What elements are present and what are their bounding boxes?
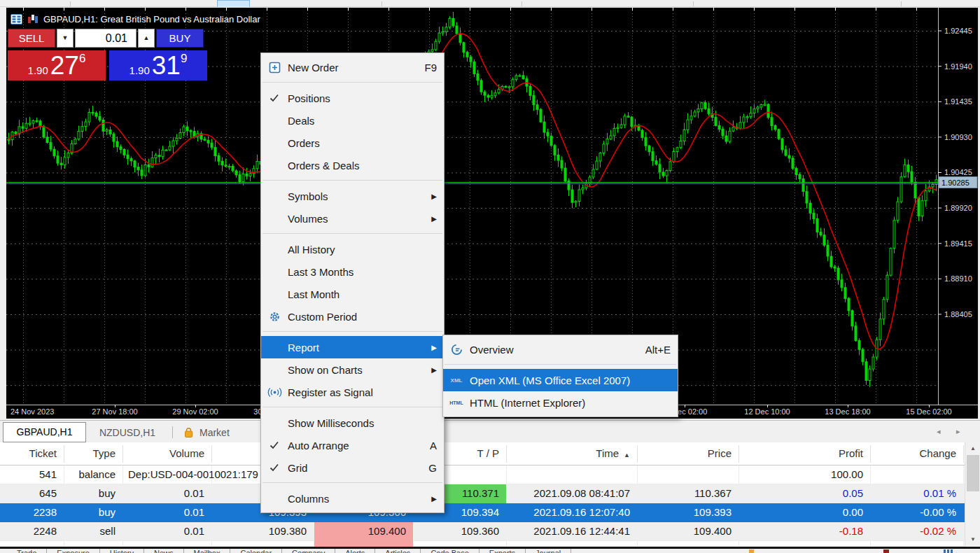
status-connection-bars-icon — [951, 550, 953, 553]
sell-price-point: 6 — [79, 52, 85, 66]
tabs-scroll-left-arrow[interactable]: ◂ — [937, 427, 941, 436]
menu-item-all-history[interactable]: All History — [261, 238, 444, 260]
submenu-arrow-icon: ▶ — [431, 344, 437, 351]
bottom-tab-history[interactable]: History — [100, 549, 144, 553]
bottom-tab-trade[interactable]: Trade — [7, 549, 47, 553]
menu-item-grid[interactable]: GridG — [261, 456, 444, 479]
bottom-tab-experts[interactable]: Experts — [479, 549, 526, 553]
menu-item-orders[interactable]: Orders — [261, 132, 444, 154]
menu-separator — [261, 230, 444, 238]
menu-item-register-as-signal[interactable]: Register as Signal — [261, 381, 444, 403]
menu-item-deals[interactable]: Deals — [261, 109, 444, 132]
menu-item-last-3-months[interactable]: Last 3 Months — [261, 260, 444, 283]
menu-separator — [261, 479, 444, 487]
menu-item-custom-period[interactable]: Custom Period — [261, 305, 444, 328]
menu-item-overview[interactable]: OverviewAlt+E — [443, 338, 678, 360]
toolbar-active-button-remnant[interactable] — [217, 0, 250, 7]
tabs-scroll-right-arrow[interactable]: ▸ — [956, 427, 960, 436]
bottom-tab-exposure[interactable]: Exposure — [47, 549, 99, 553]
one-click-trading-panel: SELL ▼ 0.01 ▲ BUY 1.90 27 6 1.90 31 9 — [8, 29, 207, 80]
volume-increase-button[interactable]: ▲ — [138, 29, 155, 48]
price-axis-label: 1.90425 — [944, 168, 972, 176]
column-header-type[interactable]: Type — [92, 442, 115, 465]
chart-type-icon[interactable] — [27, 14, 38, 24]
buy-price-button[interactable]: 1.90 31 9 — [109, 50, 207, 80]
sell-price-button[interactable]: 1.90 27 6 — [8, 50, 106, 80]
column-separator[interactable] — [870, 445, 871, 463]
bottom-tab-code-base[interactable]: Code Base — [421, 549, 479, 553]
tab-gbpaud-h1[interactable]: GBPAUD,H1 — [3, 422, 86, 442]
column-header-profit[interactable]: Profit — [839, 442, 863, 465]
bottom-tab-alerts[interactable]: Alerts — [335, 549, 375, 553]
status-connection-bars-icon — [947, 550, 949, 553]
menu-item-new-order[interactable]: New OrderF9 — [261, 56, 444, 78]
scrollbar-thumb[interactable] — [967, 455, 979, 491]
volume-decrease-button[interactable]: ▼ — [57, 29, 74, 48]
menu-item-last-month[interactable]: Last Month — [261, 283, 444, 305]
column-separator[interactable] — [637, 445, 638, 463]
column-header-t-p[interactable]: T / P — [477, 442, 499, 465]
menu-item-label: Show Milliseconds — [288, 417, 374, 429]
menu-item-columns[interactable]: Columns▶ — [261, 487, 444, 510]
bottom-tab-calendar[interactable]: Calendar — [230, 549, 282, 553]
menu-item-symbols[interactable]: Symbols▶ — [261, 185, 444, 207]
submenu-arrow-icon: ▶ — [431, 192, 437, 200]
column-header-change[interactable]: Change — [919, 442, 956, 465]
bottom-tab-news[interactable]: News — [144, 549, 184, 553]
column-header-price[interactable]: Price — [708, 442, 732, 465]
sell-price-pips: 27 — [50, 52, 79, 78]
price-axis-label: 1.88405 — [944, 310, 972, 318]
bottom-tab-articles[interactable]: Articles — [375, 549, 421, 553]
menu-item-label: Auto Arrange — [288, 440, 349, 451]
menu-item-label: Symbols — [288, 190, 328, 202]
column-header-ticket[interactable]: Ticket — [29, 442, 57, 465]
column-header-time[interactable]: Time▲ — [596, 442, 630, 466]
submenu-arrow-icon: ▶ — [431, 366, 437, 374]
table-row[interactable]: 645buy0.01110.3712021.09.08 08:41:07110.… — [0, 484, 965, 503]
bottom-tab-mailbox[interactable]: Mailbox — [184, 549, 231, 553]
bottom-tab-journal[interactable]: Journal — [526, 549, 571, 553]
table-scrollbar[interactable]: ▲ ▼ — [965, 442, 980, 547]
menu-item-volumes[interactable]: Volumes▶ — [261, 207, 444, 230]
menu-item-open-xml-ms-office-excel-2007[interactable]: XMLOpen XML (MS Office Excel 2007) — [443, 369, 678, 391]
menu-item-html-internet-explorer[interactable]: HTMLHTML (Internet Explorer) — [443, 391, 678, 414]
menu-item-show-milliseconds[interactable]: Show Milliseconds — [261, 412, 444, 434]
scroll-up-arrow[interactable]: ▲ — [965, 445, 980, 451]
price-axis-label: 1.91940 — [944, 62, 972, 71]
column-header-volume[interactable]: Volume — [169, 442, 204, 465]
buy-button[interactable]: BUY — [156, 29, 204, 48]
menu-separator — [261, 176, 444, 185]
table-row[interactable] — [0, 541, 965, 547]
menu-item-label: Orders — [288, 137, 320, 149]
sell-button[interactable]: SELL — [8, 29, 55, 48]
tab-nzdusd-h1[interactable]: NZDUSD,H1 — [90, 424, 165, 442]
table-row[interactable]: 2238buy0.01109.393109.366109.3942021.09.… — [0, 503, 965, 522]
scroll-down-arrow[interactable]: ▼ — [965, 536, 980, 542]
menu-item-label: Volumes — [288, 213, 328, 225]
tab-market[interactable]: Market — [183, 424, 230, 442]
table-row[interactable]: 541balanceDep:USD-004-0010021:179100.00 — [0, 465, 965, 484]
column-separator[interactable] — [738, 445, 739, 463]
depth-of-market-icon[interactable] — [10, 14, 22, 24]
menu-item-label: Overview — [470, 344, 514, 356]
volume-input[interactable]: 0.01 — [75, 29, 136, 48]
column-separator[interactable] — [506, 445, 507, 463]
menu-item-auto-arrange[interactable]: Auto ArrangeA — [261, 434, 444, 456]
cell: 109.360 — [461, 522, 499, 540]
menu-item-show-on-charts[interactable]: Show on Charts▶ — [261, 358, 444, 381]
cell: Dep:USD-004-0010021:179 — [128, 465, 258, 484]
column-separator[interactable] — [64, 445, 64, 463]
menu-item-report[interactable]: Report▶ — [261, 336, 444, 358]
tab-divider — [172, 426, 173, 438]
column-separator[interactable] — [963, 445, 964, 463]
table-row[interactable]: 2248sell0.01109.380109.400109.3602021.09… — [0, 522, 965, 541]
toolbar-separator — [522, 1, 522, 6]
menu-item-orders-deals[interactable]: Orders & Deals — [261, 154, 444, 176]
menu-shortcut: F9 — [412, 62, 437, 74]
html-icon: HTML — [443, 400, 470, 405]
bottom-tab-company[interactable]: Company — [282, 549, 335, 553]
column-separator[interactable] — [122, 445, 123, 463]
column-separator[interactable] — [211, 445, 212, 463]
menu-item-positions[interactable]: Positions — [261, 87, 444, 109]
price-axis-label: 1.91435 — [944, 97, 972, 106]
